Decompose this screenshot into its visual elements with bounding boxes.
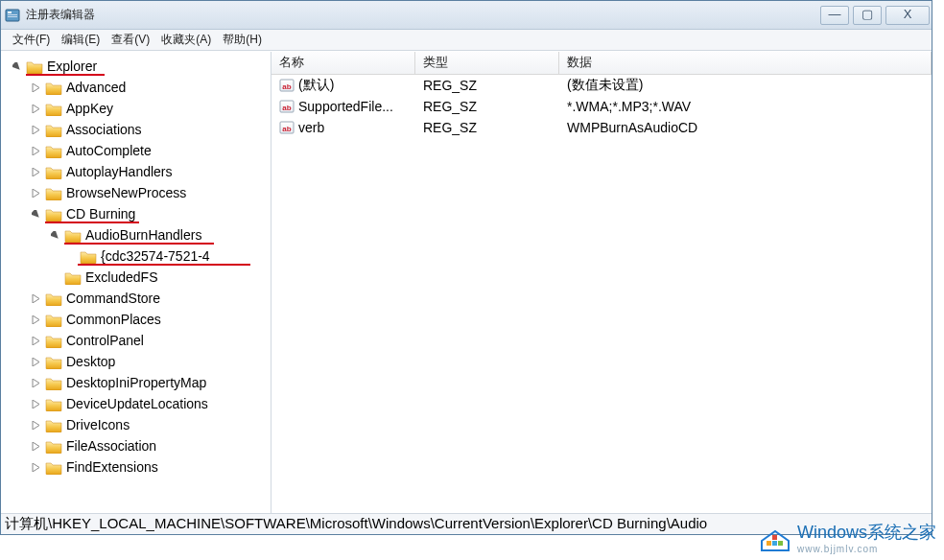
minimize-button[interactable]: — bbox=[820, 6, 849, 25]
titlebar[interactable]: 注册表编辑器 — ▢ X bbox=[1, 1, 932, 30]
tree-node[interactable]: AutoplayHandlers bbox=[1, 161, 271, 182]
collapse-icon[interactable] bbox=[30, 208, 41, 220]
folder-icon bbox=[45, 81, 62, 95]
tree-label: Explorer bbox=[47, 58, 97, 74]
folder-icon bbox=[45, 418, 62, 432]
value-row[interactable]: ab(默认)REG_SZ(数值未设置) bbox=[271, 75, 932, 96]
expand-icon[interactable] bbox=[30, 292, 41, 304]
value-type: REG_SZ bbox=[415, 120, 559, 135]
tree-node[interactable]: AppKey bbox=[1, 98, 271, 119]
tree-node-cdburning[interactable]: CD Burning bbox=[1, 203, 271, 224]
tree-label: AutoComplete bbox=[66, 143, 152, 158]
expand-icon[interactable] bbox=[30, 356, 41, 367]
highlight-underline bbox=[45, 222, 139, 223]
svg-text:ab: ab bbox=[282, 104, 291, 112]
col-data[interactable]: 数据 bbox=[559, 52, 932, 74]
highlight-underline bbox=[78, 264, 250, 266]
close-button[interactable]: X bbox=[885, 6, 930, 25]
expand-icon[interactable] bbox=[30, 82, 41, 93]
expand-icon[interactable] bbox=[30, 103, 41, 114]
tree-label: DesktopIniPropertyMap bbox=[66, 375, 206, 390]
tree-label: BrowseNewProcess bbox=[66, 185, 186, 200]
folder-icon bbox=[45, 207, 62, 222]
tree-node[interactable]: CommandStore bbox=[1, 288, 271, 309]
tree-label: DeviceUpdateLocations bbox=[66, 396, 208, 411]
folder-icon bbox=[64, 228, 82, 243]
tree-node[interactable]: BrowseNewProcess bbox=[1, 182, 271, 203]
tree-label: DriveIcons bbox=[66, 417, 130, 432]
folder-icon bbox=[45, 165, 62, 179]
tree-node[interactable]: DeviceUpdateLocations bbox=[1, 393, 271, 414]
folder-icon bbox=[64, 270, 82, 285]
expand-icon[interactable] bbox=[30, 145, 41, 156]
folder-icon bbox=[45, 292, 62, 306]
tree-node-explorer[interactable]: Explorer bbox=[1, 56, 271, 77]
expand-icon[interactable] bbox=[30, 461, 41, 473]
highlight-underline bbox=[26, 74, 105, 76]
tree-node[interactable]: CommonPlaces bbox=[1, 309, 271, 330]
tree-label: FileAssociation bbox=[66, 438, 156, 454]
expand-icon[interactable] bbox=[30, 166, 41, 177]
value-row[interactable]: abverbREG_SZWMPBurnAsAudioCD bbox=[271, 117, 932, 138]
tree-node[interactable]: DriveIcons bbox=[1, 414, 271, 435]
tree-node[interactable]: ControlPanel bbox=[1, 330, 271, 351]
tree-pane[interactable]: Explorer AdvancedAppKeyAssociationsAutoC… bbox=[1, 52, 271, 513]
tree-label: Associations bbox=[66, 122, 142, 137]
window-controls: — ▢ X bbox=[816, 6, 930, 25]
value-data: *.WMA;*.MP3;*.WAV bbox=[559, 99, 932, 114]
tree-label: AudioBurnHandlers bbox=[85, 227, 201, 243]
highlight-underline bbox=[64, 243, 214, 245]
col-type[interactable]: 类型 bbox=[415, 52, 559, 74]
tree-node[interactable]: DesktopIniPropertyMap bbox=[1, 372, 271, 393]
collapse-icon[interactable] bbox=[11, 60, 22, 72]
expand-icon[interactable] bbox=[30, 187, 41, 198]
col-name[interactable]: 名称 bbox=[271, 52, 415, 74]
expand-icon[interactable] bbox=[30, 398, 41, 409]
tree-label: FindExtensions bbox=[66, 459, 158, 475]
menu-help[interactable]: 帮助(H) bbox=[217, 30, 268, 50]
expand-icon[interactable] bbox=[30, 440, 41, 452]
folder-icon bbox=[45, 313, 62, 327]
tree-node[interactable]: Associations bbox=[1, 119, 271, 140]
value-data: WMPBurnAsAudioCD bbox=[559, 120, 932, 135]
expand-icon[interactable] bbox=[30, 377, 41, 388]
folder-icon bbox=[45, 102, 62, 116]
folder-icon bbox=[45, 460, 62, 475]
value-type: REG_SZ bbox=[415, 99, 559, 114]
tree-node[interactable]: Desktop bbox=[1, 351, 271, 372]
value-name: abverb bbox=[271, 120, 415, 135]
value-row[interactable]: abSupportedFile...REG_SZ*.WMA;*.MP3;*.WA… bbox=[271, 96, 932, 117]
tree-label: AutoplayHandlers bbox=[66, 164, 173, 179]
folder-icon bbox=[45, 439, 62, 454]
value-data: (数值未设置) bbox=[559, 77, 932, 94]
tree-node[interactable]: AutoComplete bbox=[1, 140, 271, 161]
tree-node[interactable]: Advanced bbox=[1, 77, 271, 98]
maximize-button[interactable]: ▢ bbox=[853, 6, 882, 25]
value-list-pane[interactable]: 名称 类型 数据 ab(默认)REG_SZ(数值未设置)abSupportedF… bbox=[271, 52, 932, 513]
tree-node-audioburn[interactable]: AudioBurnHandlers bbox=[1, 224, 271, 245]
menu-edit[interactable]: 编辑(E) bbox=[56, 30, 106, 50]
tree-node-guid[interactable]: {cdc32574-7521-4 bbox=[1, 245, 271, 267]
svg-rect-3 bbox=[8, 16, 17, 17]
menu-fav[interactable]: 收藏夹(A) bbox=[155, 30, 217, 50]
svg-text:ab: ab bbox=[282, 82, 291, 91]
tree-node[interactable]: FileAssociation bbox=[1, 435, 271, 456]
menu-view[interactable]: 查看(V) bbox=[106, 30, 155, 50]
registry-editor-window: 注册表编辑器 — ▢ X 文件(F) 编辑(E) 查看(V) 收藏夹(A) 帮助… bbox=[0, 0, 932, 535]
menu-file[interactable]: 文件(F) bbox=[7, 30, 56, 50]
folder-icon bbox=[45, 334, 62, 348]
folder-icon bbox=[45, 397, 62, 411]
expand-icon[interactable] bbox=[30, 314, 41, 325]
tree-label: Advanced bbox=[66, 80, 126, 95]
tree-node[interactable]: FindExtensions bbox=[1, 456, 271, 478]
menubar: 文件(F) 编辑(E) 查看(V) 收藏夹(A) 帮助(H) bbox=[1, 30, 932, 51]
watermark: Windows系统之家 www.bjjmlv.com bbox=[759, 521, 936, 554]
value-type: REG_SZ bbox=[415, 78, 559, 93]
tree-node-excludedfs[interactable]: ExcludedFS bbox=[1, 267, 271, 288]
folder-icon bbox=[45, 144, 62, 158]
expand-icon[interactable] bbox=[30, 124, 41, 135]
expand-icon[interactable] bbox=[30, 335, 41, 346]
app-icon bbox=[5, 8, 20, 23]
collapse-icon[interactable] bbox=[49, 229, 60, 241]
expand-icon[interactable] bbox=[30, 419, 41, 431]
